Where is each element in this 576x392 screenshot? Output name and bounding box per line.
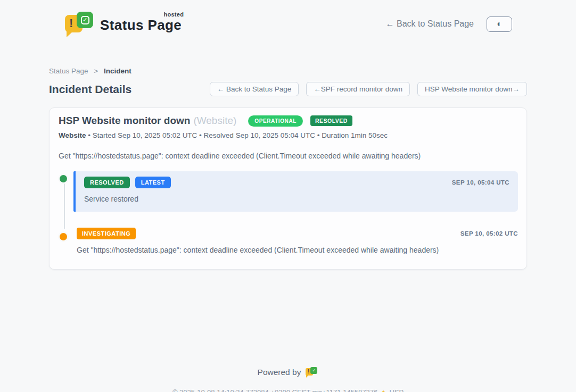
- header: ! ✓ Status Page hosted ← Back to Status …: [0, 0, 576, 39]
- main-content: Status Page > Incident Incident Details …: [49, 39, 527, 270]
- orange-status-dot: [60, 233, 67, 240]
- timeline-message: Get "https://hostedstatus.page": context…: [77, 246, 518, 254]
- copyright-line: © 2025-10-08 14:10:34.772084 +0200 CEST …: [0, 388, 576, 392]
- footer: Powered by ! ✓ © 2025-10-08 14:10:34.772…: [0, 366, 576, 392]
- incident-title-row: HSP Website monitor down(Website) OPERAT…: [59, 115, 518, 127]
- footer-brand-short: HSP: [389, 388, 404, 392]
- timeline-entry-badges: RESOLVED LATEST: [84, 177, 171, 188]
- latest-badge: LATEST: [135, 177, 171, 188]
- breadcrumb: Status Page > Incident: [49, 67, 527, 75]
- title-row: Incident Details ← Back to Status Page ←…: [49, 82, 527, 96]
- app-logo[interactable]: ! ✓ Status Page hosted: [65, 12, 182, 36]
- powered-by-label: Powered by: [258, 368, 301, 377]
- timeline-entry-investigating: INVESTIGATING SEP 10, 05:02 UTC Get "htt…: [59, 227, 518, 254]
- timeline-entry-content: RESOLVED LATEST SEP 10, 05:04 UTC Servic…: [73, 171, 518, 212]
- incident-nav-buttons: ← Back to Status Page ←SPF record monito…: [210, 82, 527, 96]
- brand-name: Status Page: [100, 17, 182, 33]
- theme-toggle-button[interactable]: ◐: [487, 16, 512, 32]
- sparkles-icon: ✦: [381, 388, 386, 392]
- incident-meta-detail: • Started Sep 10, 2025 05:02 UTC • Resol…: [86, 131, 388, 139]
- mini-exclaim-icon: !: [308, 369, 309, 374]
- exclaim-icon: !: [69, 16, 73, 30]
- incident-timeline: RESOLVED LATEST SEP 10, 05:04 UTC Servic…: [59, 171, 518, 254]
- status-page-logo-icon: ! ✓: [65, 12, 94, 36]
- check-icon: ✓: [81, 16, 89, 24]
- half-circle-theme-icon: ◐: [497, 20, 502, 28]
- timeline-dot-column: [59, 227, 73, 254]
- operational-badge: OPERATIONAL: [248, 115, 303, 127]
- timeline-entry-head: INVESTIGATING SEP 10, 05:02 UTC: [77, 228, 518, 239]
- resolved-badge: RESOLVED: [310, 115, 352, 126]
- timeline-entry-content: INVESTIGATING SEP 10, 05:02 UTC Get "htt…: [73, 227, 518, 254]
- incident-service: (Website): [193, 115, 236, 126]
- incident-meta: Website • Started Sep 10, 2025 05:02 UTC…: [59, 131, 518, 139]
- timeline-entry-resolved: RESOLVED LATEST SEP 10, 05:04 UTC Servic…: [59, 171, 518, 212]
- status-page-mini-logo-icon[interactable]: ! ✓: [306, 366, 318, 378]
- incident-description: Get "https://hostedstatus.page": context…: [59, 152, 518, 160]
- back-to-status-page-link[interactable]: ← Back to Status Page: [386, 19, 474, 29]
- next-incident-button[interactable]: HSP Website monitor down→: [417, 82, 527, 96]
- breadcrumb-status-page[interactable]: Status Page: [49, 67, 88, 75]
- timeline-message: Service restored: [84, 195, 509, 203]
- timeline-entry-head: RESOLVED LATEST SEP 10, 05:04 UTC: [84, 177, 509, 188]
- back-to-status-page-button[interactable]: ← Back to Status Page: [210, 82, 299, 96]
- header-right: ← Back to Status Page ◐: [386, 16, 512, 32]
- timeline-entry-badges: INVESTIGATING: [77, 228, 136, 239]
- breadcrumb-separator: >: [94, 67, 98, 75]
- timeline-timestamp: SEP 10, 05:04 UTC: [452, 179, 509, 186]
- investigating-status-badge: INVESTIGATING: [77, 228, 136, 239]
- page-title: Incident Details: [49, 83, 131, 96]
- breadcrumb-incident: Incident: [104, 67, 131, 75]
- copyright-text: © 2025-10-08 14:10:34.772084 +0200 CEST …: [172, 388, 377, 392]
- green-status-dot: [60, 175, 67, 182]
- hosted-superscript: hosted: [163, 11, 184, 18]
- prev-incident-button[interactable]: ←SPF record monitor down: [306, 82, 410, 96]
- logo-check-square: ✓: [77, 12, 93, 28]
- timeline-timestamp: SEP 10, 05:02 UTC: [460, 230, 518, 237]
- logo-brand-text: Status Page hosted: [100, 17, 182, 34]
- resolved-status-badge: RESOLVED: [84, 177, 130, 188]
- incident-meta-service: Website: [59, 131, 86, 139]
- timeline-dot-column: [59, 171, 73, 212]
- mini-check-icon: ✓: [310, 367, 317, 374]
- incident-card: HSP Website monitor down(Website) OPERAT…: [49, 107, 527, 270]
- incident-title: HSP Website monitor down(Website): [59, 115, 236, 127]
- powered-by: Powered by ! ✓: [0, 366, 576, 378]
